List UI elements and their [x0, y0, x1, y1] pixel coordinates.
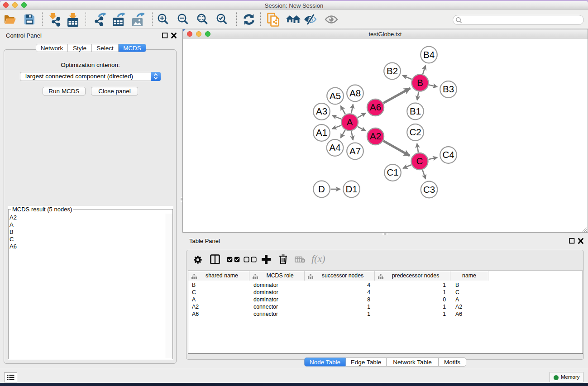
svg-text:A2: A2 [369, 131, 381, 141]
svg-text:A: A [346, 116, 353, 127]
svg-text:C2: C2 [409, 127, 421, 137]
svg-text:D: D [318, 183, 325, 194]
svg-text:A6: A6 [369, 102, 381, 112]
svg-text:B3: B3 [442, 84, 454, 94]
svg-text:A5: A5 [329, 90, 340, 100]
svg-text:C4: C4 [442, 149, 454, 160]
svg-text:D1: D1 [345, 183, 357, 194]
svg-text:A8: A8 [349, 87, 360, 98]
svg-text:C: C [416, 156, 423, 166]
svg-text:B: B [417, 77, 423, 87]
svg-text:A1: A1 [316, 127, 327, 138]
svg-text:B4: B4 [423, 49, 434, 59]
svg-text:A4: A4 [329, 142, 340, 152]
svg-text:B1: B1 [409, 105, 421, 116]
svg-text:A7: A7 [349, 145, 360, 156]
svg-text:A3: A3 [316, 106, 327, 116]
svg-text:C1: C1 [387, 167, 398, 177]
svg-text:C3: C3 [423, 184, 435, 194]
svg-text:B2: B2 [386, 65, 397, 76]
